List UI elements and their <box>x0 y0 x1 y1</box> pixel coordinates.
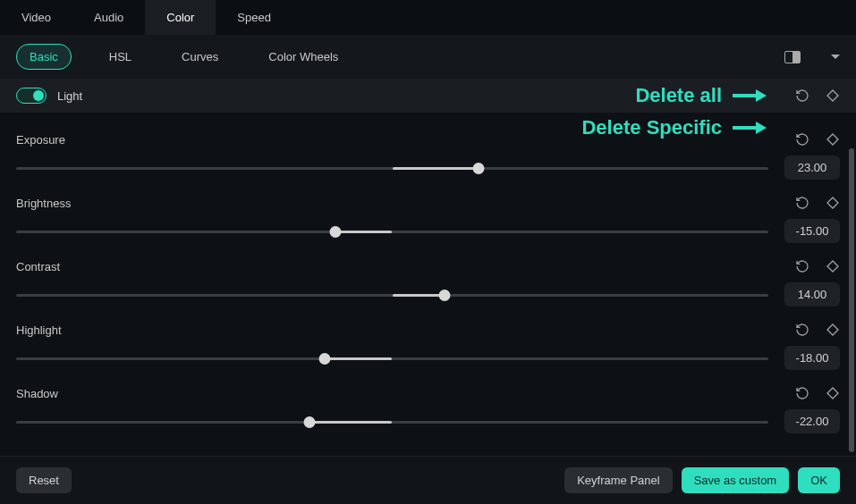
reset-param-icon[interactable] <box>795 196 809 210</box>
tab-video[interactable]: Video <box>0 0 72 35</box>
tab-audio[interactable]: Audio <box>72 0 145 35</box>
param-slider[interactable] <box>16 352 768 365</box>
param-label: Exposure <box>16 133 770 147</box>
reset-param-icon[interactable] <box>795 259 809 273</box>
keyframe-param-icon[interactable] <box>826 132 840 147</box>
footer-bar: Reset Keyframe Panel Save as custom OK <box>0 456 856 504</box>
save-as-custom-button[interactable]: Save as custom <box>682 467 790 493</box>
top-tabs: Video Audio Color Speed <box>0 0 856 35</box>
light-label: Light <box>57 89 82 103</box>
param-value[interactable]: -15.00 <box>784 219 840 243</box>
param-row: Contrast14.00 <box>16 259 840 307</box>
keyframe-param-icon[interactable] <box>826 386 840 400</box>
keyframe-param-icon[interactable] <box>826 196 840 210</box>
reset-all-icon[interactable] <box>795 88 809 103</box>
params-panel: Exposure23.00Brightness-15.00Contrast14.… <box>0 113 856 456</box>
scrollbar[interactable] <box>849 148 854 452</box>
ok-button[interactable]: OK <box>798 467 840 493</box>
param-value[interactable]: 23.00 <box>784 155 840 180</box>
param-slider[interactable] <box>16 289 768 301</box>
light-section-header: Light Delete all <box>0 79 856 113</box>
subtab-colorwheels[interactable]: Color Wheels <box>256 45 351 69</box>
param-label: Shadow <box>16 387 770 400</box>
param-slider[interactable] <box>16 225 768 238</box>
param-row: Highlight-18.00 <box>16 323 840 370</box>
sub-tab-bar: Basic HSL Curves Color Wheels <box>0 35 856 79</box>
keyframe-param-icon[interactable] <box>826 323 840 337</box>
param-label: Highlight <box>16 323 770 337</box>
param-row: Shadow-22.00 <box>16 386 840 433</box>
param-row: Brightness-15.00 <box>16 196 840 243</box>
annotation-delete-all: Delete all <box>635 84 767 107</box>
keyframe-panel-button[interactable]: Keyframe Panel <box>564 467 673 493</box>
subtab-basic[interactable]: Basic <box>16 44 72 70</box>
param-value[interactable]: 14.00 <box>784 282 840 307</box>
compare-view-icon[interactable] <box>784 51 801 63</box>
reset-param-icon[interactable] <box>795 323 809 337</box>
reset-param-icon[interactable] <box>795 386 809 400</box>
param-label: Brightness <box>16 197 770 210</box>
keyframe-all-icon[interactable] <box>826 88 840 103</box>
arrow-icon <box>733 91 767 100</box>
param-row: Exposure23.00 <box>16 132 840 180</box>
keyframe-param-icon[interactable] <box>826 259 840 273</box>
light-toggle[interactable] <box>16 88 47 104</box>
param-label: Contrast <box>16 260 770 273</box>
subtab-curves[interactable]: Curves <box>169 45 231 69</box>
tab-color[interactable]: Color <box>145 0 216 35</box>
param-value[interactable]: -18.00 <box>784 346 840 370</box>
subtab-hsl[interactable]: HSL <box>97 45 144 69</box>
param-slider[interactable] <box>16 162 768 174</box>
reset-button[interactable]: Reset <box>16 467 72 493</box>
param-slider[interactable] <box>16 416 768 428</box>
tab-speed[interactable]: Speed <box>216 0 292 35</box>
param-value[interactable]: -22.00 <box>784 409 840 433</box>
chevron-down-icon[interactable] <box>831 55 840 59</box>
reset-param-icon[interactable] <box>795 132 809 147</box>
